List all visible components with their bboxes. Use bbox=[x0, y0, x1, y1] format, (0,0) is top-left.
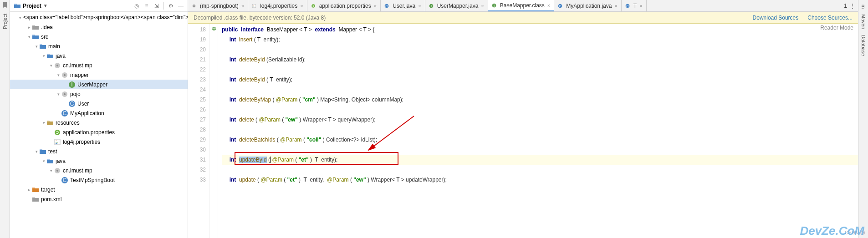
tree-label: test bbox=[48, 148, 57, 155]
line-number: 27 bbox=[188, 115, 206, 125]
application-properties-file[interactable]: application.properties bbox=[10, 127, 188, 137]
code-editor[interactable]: 18192021222324252627282930313233 Reader … bbox=[188, 24, 858, 238]
tab-label: UserMapper.java bbox=[437, 3, 479, 9]
gear-icon[interactable]: ⚙ bbox=[166, 1, 176, 11]
testmpspringboot-file[interactable]: CTestMpSpringBoot bbox=[10, 175, 188, 185]
java-folder[interactable]: ▾java bbox=[10, 51, 188, 61]
database-tool-button[interactable]: Database bbox=[860, 32, 867, 59]
tree-arrow[interactable]: ▾ bbox=[19, 15, 21, 20]
close-icon[interactable]: × bbox=[418, 3, 421, 9]
svg-line-39 bbox=[368, 116, 414, 150]
tab-um[interactable]: IUserMapper.java× bbox=[425, 0, 488, 11]
implements-icon bbox=[211, 26, 217, 31]
properties-icon bbox=[54, 138, 61, 146]
user-file[interactable]: CUser bbox=[10, 99, 188, 108]
usermapper-file[interactable]: IUserMapper bbox=[10, 80, 188, 89]
package-mapper[interactable]: ▾mapper bbox=[10, 70, 188, 80]
code-line[interactable]: int insert ( T entity); bbox=[222, 35, 858, 45]
test-folder[interactable]: ▾test bbox=[10, 147, 188, 156]
tab-user[interactable]: CUser.java× bbox=[381, 0, 425, 11]
package-pojo[interactable]: ▾pojo bbox=[10, 89, 188, 99]
tree-label: main bbox=[48, 43, 60, 50]
tree-label: UserMapper bbox=[77, 81, 107, 88]
tree-arrow[interactable]: ▾ bbox=[41, 159, 46, 163]
code-content[interactable]: Reader Mode public interface BaseMapper … bbox=[218, 24, 858, 238]
tree-arrow[interactable]: ▾ bbox=[48, 63, 54, 68]
tree-arrow[interactable]: ▾ bbox=[26, 35, 32, 39]
code-line[interactable]: int delete ( @Param ( "ew" ) Wrapper< T … bbox=[222, 115, 858, 125]
close-icon[interactable]: × bbox=[614, 3, 617, 9]
pom-file[interactable]: pom.xml bbox=[10, 194, 188, 204]
svg-rect-24 bbox=[253, 5, 254, 5]
tree-arrow[interactable]: ▾ bbox=[34, 44, 39, 49]
code-line[interactable] bbox=[222, 65, 858, 75]
project-root[interactable]: ▾<span class="label bold">mp-springboot<… bbox=[10, 13, 188, 22]
hide-icon[interactable]: — bbox=[176, 1, 186, 11]
locate-icon[interactable]: ◎ bbox=[132, 1, 142, 11]
tree-arrow[interactable]: ▾ bbox=[56, 92, 61, 96]
project-tool-button[interactable]: Project bbox=[1, 11, 9, 32]
myapplication-file[interactable]: CMyApplication bbox=[10, 108, 188, 118]
code-line[interactable] bbox=[222, 105, 858, 115]
log4j-properties-file[interactable]: log4j.properties bbox=[10, 137, 188, 147]
folder-icon bbox=[32, 186, 39, 193]
resources-folder[interactable]: ▾resources bbox=[10, 118, 188, 127]
code-line[interactable] bbox=[222, 45, 858, 55]
close-icon[interactable]: × bbox=[639, 3, 642, 9]
expand-icon[interactable]: ≡ bbox=[142, 1, 152, 11]
tab-myapp[interactable]: CMyApplication.java× bbox=[554, 0, 622, 11]
chevron-down-icon[interactable]: ▼ bbox=[43, 3, 48, 8]
code-line[interactable]: int deleteByMap ( @Param ( "cm" ) Map<St… bbox=[222, 95, 858, 105]
tab-app[interactable]: application.properties× bbox=[307, 0, 381, 11]
bookmark-icon[interactable] bbox=[2, 2, 8, 8]
choose-sources-link[interactable]: Choose Sources... bbox=[807, 15, 853, 21]
tree-arrow[interactable]: ▾ bbox=[56, 73, 61, 77]
interface-icon: I bbox=[492, 2, 496, 9]
tree-arrow[interactable]: ▸ bbox=[26, 187, 32, 192]
project-tree[interactable]: ▾<span class="label bold">mp-springboot<… bbox=[10, 12, 188, 238]
tree-arrow[interactable]: ▾ bbox=[41, 54, 46, 58]
collapse-icon[interactable]: ⇲ bbox=[152, 1, 162, 11]
code-line[interactable]: int deleteById (Serializable id); bbox=[222, 55, 858, 65]
close-icon[interactable]: × bbox=[547, 3, 550, 8]
maven-tool-button[interactable]: Maven bbox=[860, 11, 867, 32]
code-line[interactable]: int update ( @Param ( "et" ) T entity, @… bbox=[222, 175, 858, 185]
tree-arrow[interactable]: ▸ bbox=[26, 25, 32, 30]
folder-icon bbox=[32, 196, 39, 203]
package-icon bbox=[54, 167, 61, 174]
close-icon[interactable]: × bbox=[300, 3, 303, 9]
idea-folder[interactable]: ▸.idea bbox=[10, 22, 188, 32]
close-icon[interactable]: × bbox=[241, 3, 244, 9]
tab-log4j[interactable]: log4j.properties× bbox=[248, 0, 307, 11]
main-folder[interactable]: ▾main bbox=[10, 41, 188, 51]
tree-arrow[interactable]: ▾ bbox=[34, 149, 39, 154]
download-sources-link[interactable]: Download Sources bbox=[753, 15, 799, 21]
reader-mode-label[interactable]: Reader Mode bbox=[820, 25, 853, 31]
tab-label: BaseMapper.class bbox=[500, 2, 545, 9]
tree-arrow[interactable]: ▾ bbox=[41, 121, 46, 125]
tab-bm[interactable]: IBaseMapper.class× bbox=[488, 0, 555, 11]
src-folder[interactable]: ▾src bbox=[10, 32, 188, 41]
tree-arrow[interactable]: ▾ bbox=[48, 168, 54, 173]
code-line[interactable]: int deleteById ( T entity); bbox=[222, 75, 858, 85]
code-line[interactable]: int deleteBatchIds ( @Param ( "coll" ) C… bbox=[222, 135, 858, 145]
tab-mp[interactable]: (mp-springboot)× bbox=[188, 0, 248, 11]
project-title: Project bbox=[23, 3, 41, 9]
close-icon[interactable]: × bbox=[374, 3, 377, 9]
code-line[interactable]: public interface BaseMapper < T > extend… bbox=[222, 25, 858, 35]
project-sidebar: Project ▼ ◎ ≡ ⇲ ⚙ — ▾<span class="label … bbox=[10, 0, 188, 238]
code-line[interactable] bbox=[222, 125, 858, 135]
code-line[interactable] bbox=[222, 165, 858, 175]
close-icon[interactable]: × bbox=[481, 3, 484, 9]
test-package[interactable]: ▾cn.imust.mp bbox=[10, 166, 188, 175]
line-number: 25 bbox=[188, 95, 206, 105]
tab-menu-icon[interactable]: ⋮ bbox=[850, 3, 855, 9]
tree-label: cn.imust.mp bbox=[63, 62, 92, 69]
test-java-folder[interactable]: ▾java bbox=[10, 156, 188, 166]
tab-t[interactable]: CT× bbox=[622, 0, 647, 11]
overflow-count[interactable]: 1 bbox=[844, 3, 847, 9]
package-cn-imust-mp[interactable]: ▾cn.imust.mp bbox=[10, 61, 188, 70]
target-folder[interactable]: ▸target bbox=[10, 185, 188, 194]
m-tool-button[interactable]: m bbox=[860, 2, 867, 11]
code-line[interactable] bbox=[222, 85, 858, 95]
